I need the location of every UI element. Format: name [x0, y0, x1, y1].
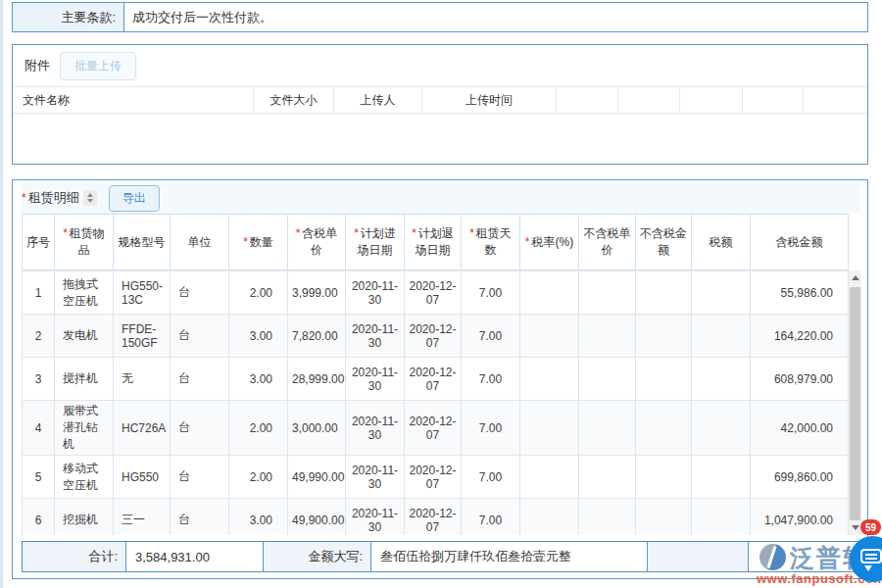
required-asterisk: *	[525, 235, 530, 249]
table-row[interactable]: 4履带式潜孔钻机HC726A台2.003,000.002020-11-30202…	[23, 401, 849, 456]
column-header: *租赁天数	[462, 215, 520, 270]
table-row[interactable]: 2发电机FFDE-150GF台3.007,820.002020-11-30202…	[23, 315, 849, 358]
cell-days: 7.00	[462, 456, 520, 499]
cell-model: 三一	[114, 499, 171, 536]
cell-amount_ex	[636, 271, 692, 315]
column-header: 含税金额	[751, 215, 849, 270]
cell-amount: 42,000.00	[751, 401, 849, 456]
cell-amount_ex	[636, 456, 692, 499]
column-header: *含税单价	[288, 215, 346, 270]
cell-unit: 台	[171, 358, 229, 401]
cell-amount_ex	[636, 358, 692, 401]
cell-days: 7.00	[462, 358, 520, 401]
column-header: *税率(%)	[520, 215, 579, 270]
column-header: 税额	[692, 215, 751, 270]
cell-price_ex	[579, 315, 636, 358]
cell-amount: 608,979.00	[751, 358, 849, 401]
sort-updown-icon[interactable]	[83, 190, 97, 206]
cell-amount: 55,986.00	[751, 271, 849, 315]
vertical-scrollbar[interactable]	[849, 270, 861, 535]
cell-unit: 台	[171, 499, 229, 536]
column-header: 规格型号	[114, 215, 171, 270]
cell-item: 搅拌机	[55, 358, 114, 401]
cell-amount: 1,047,900.00	[751, 499, 849, 536]
cell-qty: 3.00	[229, 499, 288, 536]
table-row[interactable]: 3搅拌机无台3.0028,999.002020-11-302020-12-077…	[23, 358, 849, 401]
table-row[interactable]: 6挖掘机三一台3.0049,900.002020-11-302020-12-07…	[23, 499, 849, 536]
cell-end: 2020-12-07	[405, 499, 462, 536]
cell-model: HC726A	[114, 401, 171, 456]
cell-price_ex	[579, 401, 636, 456]
cell-price: 28,999.00	[288, 358, 346, 401]
required-asterisk: *	[22, 191, 26, 205]
amount-in-words-label: 金额大写:	[264, 542, 371, 571]
batch-upload-button[interactable]: 批量上传	[60, 52, 136, 80]
scrollbar-thumb[interactable]	[850, 287, 860, 520]
cell-item: 移动式空压机	[55, 456, 114, 499]
cell-days: 7.00	[462, 315, 520, 358]
required-asterisk: *	[469, 226, 474, 240]
export-button[interactable]: 导出	[109, 185, 160, 212]
cell-price_ex	[579, 499, 636, 536]
cell-rate	[520, 271, 579, 315]
cell-end: 2020-12-07	[405, 358, 462, 401]
cell-amount_ex	[636, 499, 692, 536]
cell-days: 7.00	[462, 271, 520, 315]
required-asterisk: *	[354, 226, 359, 240]
cell-price_ex	[579, 456, 636, 499]
attachments-title: 附件	[24, 57, 50, 74]
notification-badge: 59	[860, 519, 881, 535]
cell-price_ex	[579, 358, 636, 401]
cell-tax	[692, 315, 751, 358]
table-row[interactable]: 5移动式空压机HG550台2.0049,990.002020-11-302020…	[23, 456, 849, 499]
required-asterisk: *	[412, 226, 416, 240]
main-terms-panel: 主要条款: 成功交付后一次性付款。	[12, 2, 868, 32]
rental-panel: * 租赁明细 导出 序号*租赁物品规格型号单位*数量*含税单价*计划进场日期*计…	[12, 179, 868, 579]
total-value: 3,584,931.00	[126, 542, 264, 571]
column-header: 不含税单价	[579, 215, 636, 270]
required-asterisk: *	[63, 226, 68, 240]
page-left-edge	[0, 0, 3, 588]
brand-logo-icon	[760, 544, 786, 570]
cell-price: 3,000.00	[288, 401, 346, 456]
cell-unit: 台	[171, 315, 229, 358]
amount-in-words-value: 叁佰伍拾捌万肆仟玖佰叁拾壹元整	[371, 542, 648, 571]
cell-qty: 2.00	[229, 456, 288, 499]
attachments-header-row: 文件名称文件大小上传人上传时间	[13, 86, 867, 114]
cell-tax	[692, 499, 751, 536]
column-header: *租赁物品	[55, 215, 114, 270]
attachments-empty-header	[743, 87, 804, 113]
cell-no: 4	[23, 401, 55, 456]
cell-price: 3,999.00	[288, 271, 346, 315]
column-header: *数量	[229, 215, 288, 270]
attachments-empty-body	[13, 114, 867, 163]
cell-end: 2020-12-07	[405, 315, 462, 358]
cell-amount: 699,860.00	[751, 456, 849, 499]
column-header: *计划退场日期	[405, 215, 462, 270]
scrollbar-up-icon[interactable]	[849, 270, 861, 285]
cell-amount: 164,220.00	[751, 315, 849, 358]
attachments-column-header: 上传人	[334, 87, 422, 113]
cell-end: 2020-12-07	[405, 271, 462, 315]
cell-qty: 2.00	[229, 271, 288, 315]
cell-no: 6	[23, 499, 55, 536]
attachments-toolbar: 附件 批量上传	[13, 45, 867, 86]
cell-price: 49,990.00	[288, 456, 346, 499]
attachments-column-header: 上传时间	[422, 87, 557, 113]
cell-end: 2020-12-07	[405, 456, 462, 499]
cell-start: 2020-11-30	[346, 271, 405, 315]
cell-model: HG550	[114, 456, 171, 499]
rental-table: 1拖拽式空压机HG550-13C台2.003,999.002020-11-302…	[22, 270, 849, 535]
cell-start: 2020-11-30	[346, 401, 405, 456]
cell-amount_ex	[636, 315, 692, 358]
table-row[interactable]: 1拖拽式空压机HG550-13C台2.003,999.002020-11-302…	[23, 271, 849, 315]
cell-days: 7.00	[462, 401, 520, 456]
cell-model: 无	[114, 358, 171, 401]
cell-item: 履带式潜孔钻机	[55, 401, 114, 456]
cell-no: 5	[23, 456, 55, 499]
cell-start: 2020-11-30	[346, 456, 405, 499]
column-header: 不含税金额	[636, 215, 692, 270]
cell-no: 3	[23, 358, 55, 401]
cell-price_ex	[579, 271, 636, 315]
column-header: *计划进场日期	[346, 215, 405, 270]
